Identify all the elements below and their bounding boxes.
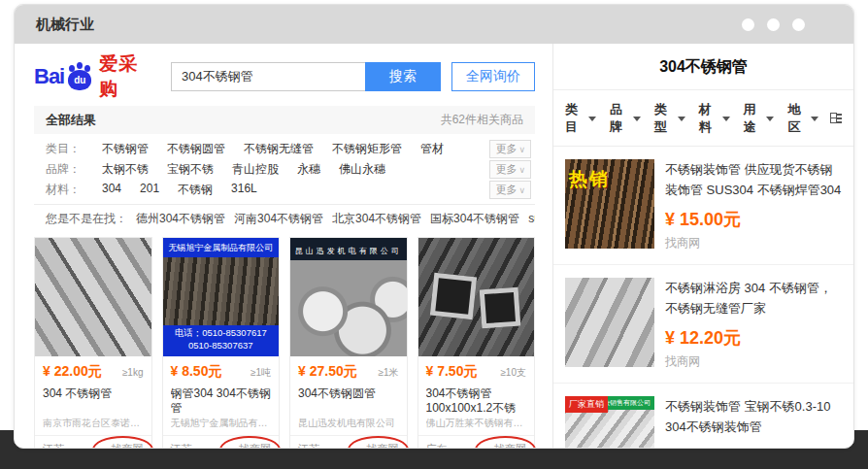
filter-option[interactable]: 不锈钢无缝管 — [244, 141, 314, 157]
filter-label: 品牌： — [46, 161, 102, 178]
product-image — [418, 238, 535, 356]
product-card[interactable]: 无锡旭宁金属制品有限公司 电话；0510-85307617 0510-85307… — [162, 237, 281, 449]
product-card[interactable]: 昆山迅发机电有限公司 ¥ 27.50元 ≥1米 304不锈钢圆管 昆山迅发机电有… — [289, 237, 408, 449]
search-button[interactable]: 搜索 — [365, 62, 441, 91]
window-dot-icon[interactable] — [742, 18, 754, 31]
product-source-link[interactable]: 找商网 — [112, 442, 144, 449]
listing-title[interactable]: 不锈钢装饰管 供应现货不锈钢装饰管 SUS304 不锈钢焊管304不锈钢光亮..… — [665, 159, 842, 200]
filter-option[interactable]: 不锈钢圆管 — [167, 141, 225, 157]
product-title[interactable]: 钢管304 304不锈钢管 — [171, 386, 272, 416]
panel-filter-category[interactable]: 类目 — [565, 101, 596, 136]
product-card[interactable]: ¥ 22.00元 ≥1kg 304 不锈钢管 南京市雨花台区泰诺不锈钢制品厂 江… — [34, 237, 152, 449]
product-region: 广东 — [426, 442, 448, 449]
window-dot-icon[interactable] — [792, 18, 805, 31]
suggestion-link[interactable]: sus304不锈 — [528, 211, 535, 227]
suggestion-link[interactable]: 河南304不锈钢管 — [234, 211, 323, 227]
more-button[interactable]: 更多∨ — [489, 140, 531, 158]
search-input[interactable] — [171, 62, 365, 91]
product-company: 昆山迅发机电有限公司 — [298, 417, 399, 430]
product-title[interactable]: 304不锈钢圆管 — [298, 386, 399, 416]
results-bar: 全部结果 共62件相关商品 — [34, 106, 535, 134]
window-title: 机械行业 — [36, 16, 94, 34]
stage: 机械行业 Bai du 爱采购 — [0, 0, 868, 469]
listing-image: 天津兄弟钢铁销售有限公司 厂家直销 品质保证 — [565, 396, 654, 449]
panel-listing[interactable]: 天津兄弟钢铁销售有限公司 厂家直销 品质保证 不锈钢装饰管 宝钢不锈0.3-10… — [553, 384, 853, 449]
filter-rows: 类目： 不锈钢管 不锈钢圆管 不锈钢无缝管 不锈钢矩形管 管材 更多∨ 品牌： — [34, 134, 535, 204]
panel-filter-brand[interactable]: 品牌 — [610, 101, 641, 136]
search-box: 搜索 — [171, 62, 441, 91]
product-source-link[interactable]: 找商网 — [367, 442, 399, 449]
layout-grid-icon[interactable] — [830, 113, 842, 124]
filter-option[interactable]: 201 — [140, 182, 159, 198]
product-price: ¥ 27.50元 — [298, 363, 357, 381]
listing-price: ¥ 12.20元 — [665, 326, 842, 350]
listing-source: 找商网 — [665, 235, 842, 251]
panel-listing[interactable]: 热销 不锈钢装饰管 供应现货不锈钢装饰管 SUS304 不锈钢焊管304不锈钢光… — [553, 147, 853, 265]
title-bar: 机械行业 — [15, 5, 853, 44]
panel-filter-bar: 类目 品牌 类型 材料 用途 地区 — [553, 90, 853, 147]
more-button[interactable]: 更多∨ — [489, 160, 531, 179]
filter-option[interactable]: 不锈钢管 — [102, 141, 149, 157]
panel-filter-type[interactable]: 类型 — [654, 101, 685, 136]
filter-option[interactable]: 管材 — [420, 141, 444, 157]
min-quantity: ≥1吨 — [250, 366, 271, 380]
listing-title[interactable]: 不锈钢淋浴房 304 不锈钢管，不锈钢无缝管厂家 — [665, 278, 842, 318]
listing-title[interactable]: 不锈钢装饰管 宝钢不锈0.3-10 304不锈钢装饰管 — [665, 396, 842, 437]
product-region: 江苏 — [298, 442, 319, 449]
all-results-label: 全部结果 — [46, 112, 96, 129]
search-row: Bai du 爱采购 搜索 全网询价 — [34, 51, 535, 102]
caret-down-icon — [811, 117, 818, 121]
product-card-grid: ¥ 22.00元 ≥1kg 304 不锈钢管 南京市雨花台区泰诺不锈钢制品厂 江… — [34, 237, 535, 449]
filter-label: 材料： — [46, 182, 102, 198]
product-source-link[interactable]: 找商网 — [239, 442, 271, 449]
window-dots — [742, 18, 805, 31]
listing-source: 找商网 — [665, 353, 842, 370]
suggestion-link[interactable]: 北京304不锈钢管 — [332, 211, 421, 227]
filter-row-category: 类目： 不锈钢管 不锈钢圆管 不锈钢无缝管 不锈钢矩形管 管材 更多∨ — [34, 139, 535, 159]
factory-direct-badge: 厂家直销 — [565, 396, 608, 413]
panel-filter-material[interactable]: 材料 — [699, 101, 730, 136]
product-image: 昆山迅发机电有限公司 — [290, 238, 407, 356]
whole-network-quote-button[interactable]: 全网询价 — [451, 62, 535, 91]
chevron-down-icon: ∨ — [518, 185, 525, 195]
search-results-section: Bai du 爱采购 搜索 全网询价 全部结果 共6 — [15, 44, 552, 449]
suggestion-link[interactable]: 德州304不锈钢管 — [136, 211, 225, 227]
min-quantity: ≥10支 — [500, 366, 526, 380]
product-card[interactable]: ¥ 7.50元 ≥10支 304不锈钢管100x100x1.2不锈钢方管 佛山万… — [417, 237, 536, 449]
panel-filter-usage[interactable]: 用途 — [744, 101, 775, 136]
panel-filter-region[interactable]: 地区 — [787, 101, 818, 136]
product-image: 无锡旭宁金属制品有限公司 电话；0510-85307617 0510-85307… — [163, 238, 280, 356]
panel-listing[interactable]: 不锈钢淋浴房 304 不锈钢管，不锈钢无缝管厂家 ¥ 12.20元 找商网 — [553, 265, 853, 384]
filter-row-brand: 品牌： 太钢不锈 宝钢不锈 青山控股 永穗 佛山永穗 更多∨ — [34, 159, 535, 180]
product-price: ¥ 8.50元 — [171, 363, 222, 381]
caret-down-icon — [766, 117, 774, 121]
caret-down-icon — [678, 117, 685, 121]
filter-option[interactable]: 304 — [102, 182, 121, 198]
listing-price: ¥ 15.00元 — [665, 208, 842, 231]
product-price: ¥ 7.50元 — [426, 363, 478, 381]
image-phone-banner: 电话；0510-85307617 0510-85307637 — [163, 325, 280, 356]
product-company: 南京市雨花台区泰诺不锈钢制品厂 — [43, 417, 144, 430]
suggestions-label: 您是不是在找： — [46, 211, 127, 227]
filter-row-material: 材料： 304 201 不锈钢 316L 更多∨ — [34, 180, 535, 200]
product-title[interactable]: 304不锈钢管100x100x1.2不锈钢方管 — [426, 386, 527, 416]
filter-option[interactable]: 青山控股 — [232, 161, 279, 178]
filter-option[interactable]: 宝钢不锈 — [167, 161, 214, 178]
min-quantity: ≥1kg — [122, 367, 144, 378]
window-dot-icon[interactable] — [767, 18, 780, 31]
more-button[interactable]: 更多∨ — [489, 181, 531, 199]
image-company-banner: 无锡旭宁金属制品有限公司 — [163, 238, 280, 257]
filter-option[interactable]: 佛山永穗 — [339, 161, 385, 178]
product-source-link[interactable]: 找商网 — [494, 442, 526, 449]
logo-bai-text: Bai — [34, 64, 64, 89]
filter-label: 类目： — [46, 141, 102, 157]
filter-option[interactable]: 永穗 — [297, 161, 320, 178]
image-company-banner: 昆山迅发机电有限公司 — [290, 238, 407, 260]
suggestion-link[interactable]: 国标304不锈钢管 — [430, 211, 519, 227]
related-products-panel: 304不锈钢管 类目 品牌 类型 材料 用途 地区 热销 不锈钢装饰管 供应现货… — [552, 44, 853, 449]
filter-option[interactable]: 不锈钢矩形管 — [332, 141, 402, 157]
filter-option[interactable]: 不锈钢 — [178, 182, 213, 198]
filter-option[interactable]: 316L — [231, 182, 257, 198]
filter-option[interactable]: 太钢不锈 — [102, 161, 149, 178]
product-title[interactable]: 304 不锈钢管 — [43, 386, 144, 416]
